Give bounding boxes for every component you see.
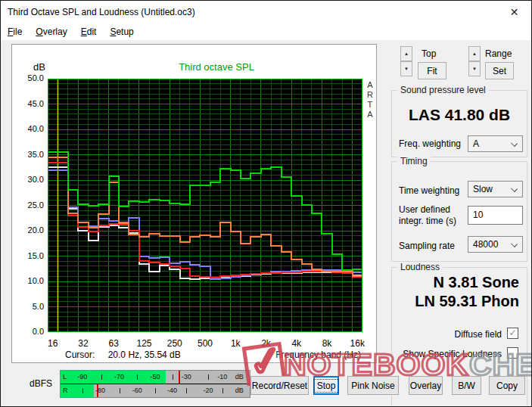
menu-edit-label: dit: [87, 26, 97, 37]
meter-tick: [101, 374, 102, 380]
meter-row-l: L-90-70-50-30-10dB: [61, 371, 250, 384]
x-tick-label: 500: [190, 338, 220, 349]
meter-tick: [186, 388, 187, 393]
x-tick-label: 4k: [282, 338, 312, 349]
meter-tick: [222, 388, 223, 393]
spl-value: LAS 41.80 dB: [392, 106, 527, 124]
x-tick-label: 63: [98, 338, 129, 349]
top-spinner-down-icon[interactable]: ▼: [400, 61, 412, 76]
top-spinner-up-icon[interactable]: ▲: [400, 46, 412, 61]
close-icon[interactable]: ✕: [497, 1, 531, 23]
chart-panel: dB Third octave SPL A R T A Cursor: 20.0…: [11, 44, 377, 363]
meter-scale-label: dB: [235, 373, 244, 381]
overlay-button-label: Overlay: [410, 381, 441, 391]
meter-scale-label: -70: [114, 373, 124, 381]
meter-scale-label: -20: [203, 387, 213, 394]
set-button[interactable]: Set: [485, 62, 514, 79]
title-bar: Third Octave SPL and Loudness (Untitled.…: [1, 1, 531, 23]
menu-overlay[interactable]: Overlay: [29, 24, 73, 39]
pink-noise-button[interactable]: Pink Noise: [347, 376, 399, 395]
meter-tick: [173, 374, 173, 380]
pink-noise-button-label: Pink Noise: [351, 381, 394, 391]
x-axis-label: Frequency band (Hz): [275, 350, 361, 360]
b-w-button[interactable]: B/W: [452, 376, 481, 395]
y-tick-label: 35.0: [12, 150, 44, 159]
integr-time-input[interactable]: 10: [468, 206, 523, 225]
cursor-label: Cursor:: [65, 350, 95, 360]
y-tick-label: 45.0: [12, 99, 44, 108]
menu-file[interactable]: File: [1, 24, 29, 39]
time-weighting-select[interactable]: Slow: [468, 181, 523, 197]
y-tick-label: 50.0: [12, 73, 44, 82]
phon-value: LN 59.31 Phon: [392, 293, 527, 310]
time-weighting-value: Slow: [473, 184, 493, 194]
menu-edit[interactable]: Edit: [74, 24, 104, 39]
x-tick-label: 16: [38, 338, 68, 349]
level-meter: L-90-70-50-30-10dBR-80-60-40-20dB: [60, 370, 250, 398]
top-spinner: ▲ ▼: [400, 46, 412, 76]
menu-overlay-accel: O: [36, 26, 42, 37]
meter-divider: [61, 384, 250, 384]
sound-pressure-group-title: Sound pressure level: [397, 85, 489, 95]
freq-weighting-value: A: [473, 138, 479, 149]
sampling-rate-select[interactable]: 48000: [468, 236, 523, 253]
timing-group-title: Timing: [397, 156, 431, 166]
freq-weighting-select[interactable]: A: [468, 135, 523, 152]
record-reset-button[interactable]: Record/Reset: [250, 376, 309, 395]
y-tick-label: 30.0: [12, 175, 44, 184]
range-spinner: ▲ ▼: [468, 46, 481, 76]
menu-file-label: ile: [13, 26, 22, 37]
meter-channel-label: L: [63, 373, 67, 381]
y-axis-unit-label: dB: [33, 61, 45, 73]
meter-peak-marker: [179, 371, 180, 384]
meter-scale-label: -60: [132, 387, 142, 394]
meter-tick: [155, 388, 156, 393]
fit-button[interactable]: Fit: [418, 62, 446, 79]
record-reset-button-label: Record/Reset: [252, 381, 307, 391]
meter-scale-label: -10: [217, 373, 227, 381]
chevron-down-icon: [511, 185, 518, 192]
meter-tick: [208, 374, 209, 380]
menu-setup[interactable]: Setup: [103, 24, 140, 39]
meter-scale-label: -80: [95, 387, 105, 394]
y-tick-label: 20.0: [12, 225, 44, 235]
x-tick-label: 32: [68, 338, 98, 349]
y-tick-label: 15.0: [12, 251, 44, 260]
dbfs-label: dBFS: [30, 378, 52, 389]
range-spinner-up-icon[interactable]: ▲: [468, 46, 481, 61]
sone-value: N 3.81 Sone: [392, 274, 527, 291]
specific-loudness-label: Show Specific Loudness: [392, 349, 502, 359]
diffuse-field-label: Diffuse field: [392, 329, 502, 340]
time-weighting-label: Time weighting: [399, 185, 459, 196]
range-spinner-down-icon[interactable]: ▼: [468, 61, 481, 76]
checkmark-icon: ✓: [509, 328, 516, 338]
spl-plot: [48, 79, 362, 332]
plot-area[interactable]: [48, 79, 362, 332]
menu-bar: File Overlay Edit Setup: [1, 23, 531, 40]
meter-scale-label: -90: [77, 373, 87, 381]
app-window: Third Octave SPL and Loudness (Untitled.…: [0, 0, 532, 407]
y-tick-label: 0.0: [12, 327, 44, 336]
stop-button[interactable]: Stop: [313, 376, 339, 395]
top-label: Top: [422, 48, 436, 59]
y-tick-label: 10.0: [12, 276, 44, 285]
timing-group: Timing Time weighting Slow User defined …: [391, 161, 527, 262]
specific-loudness-checkbox[interactable]: [507, 347, 518, 359]
content-area: dB Third octave SPL A R T A Cursor: 20.0…: [1, 40, 531, 407]
meter-tick: [82, 388, 83, 393]
x-tick-label: 250: [160, 338, 190, 349]
menu-edit-accel: E: [81, 26, 87, 37]
b-w-button-label: B/W: [458, 381, 475, 391]
window-title: Third Octave SPL and Loudness (Untitled.…: [8, 7, 195, 17]
stop-button-label: Stop: [313, 379, 340, 393]
overlay-button[interactable]: Overlay: [409, 376, 443, 395]
copy-button[interactable]: Copy: [489, 376, 525, 395]
x-tick-label: 16k: [342, 338, 372, 349]
y-tick-label: 25.0: [12, 200, 44, 210]
sound-pressure-group: Sound pressure level LAS 41.80 dB Freq. …: [391, 90, 527, 157]
curve-white: [48, 167, 362, 280]
sampling-rate-label: Sampling rate: [399, 241, 455, 251]
curve-blue: [48, 170, 362, 278]
diffuse-field-checkbox[interactable]: ✓: [507, 328, 518, 339]
y-tick-label: 5.0: [12, 302, 44, 311]
